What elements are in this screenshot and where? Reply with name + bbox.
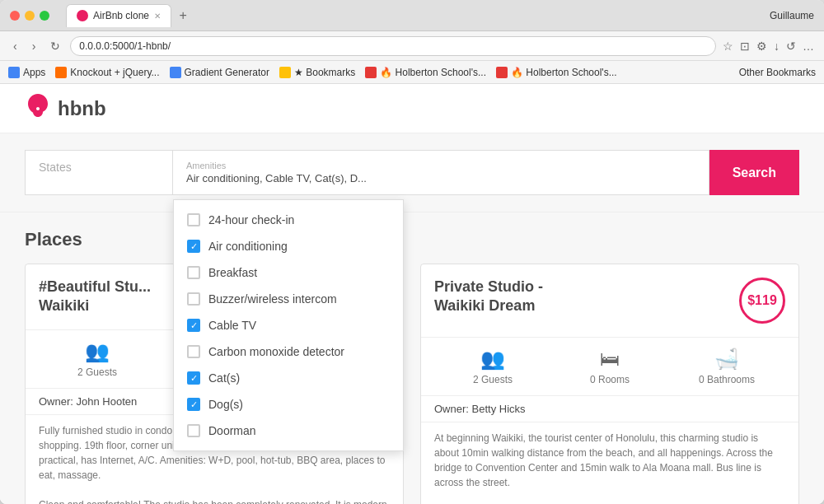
stat-rooms-2: 🛏 0 Rooms	[551, 348, 668, 385]
dropdown-item-breakfast[interactable]: Breakfast	[174, 259, 403, 286]
cabletv-checkbox[interactable]	[187, 319, 200, 332]
place-card-1-title: #Beautiful Stu...Waikiki	[39, 278, 151, 316]
doorman-label: Doorman	[208, 424, 256, 437]
nav-icons: ☆ ⊡ ⚙ ↓ ↺ …	[721, 38, 816, 54]
more-icon[interactable]: …	[801, 38, 816, 54]
main-content: Places #Beautiful Stu...Waikiki 👥 2 Gues…	[0, 212, 824, 504]
app-content: hbnb States Amenities Air conditioning, …	[0, 84, 824, 504]
24hour-checkbox[interactable]	[187, 213, 200, 226]
dogs-checkbox[interactable]	[187, 398, 200, 411]
airbnb-logo-icon	[25, 92, 51, 124]
dropdown-item-aircon[interactable]: Air conditioning	[174, 233, 403, 259]
user-name: Guillaume	[770, 10, 814, 21]
carbon-checkbox[interactable]	[187, 345, 200, 358]
breakfast-label: Breakfast	[208, 266, 257, 279]
place-card-2[interactable]: Private Studio -Waikiki Dream $119 👥 2 G…	[420, 264, 799, 504]
dropdown-item-buzzer[interactable]: Buzzer/wireless intercom	[174, 286, 403, 312]
new-tab-button[interactable]: +	[171, 4, 194, 27]
bookmark-gradient[interactable]: Gradient Generator	[170, 67, 269, 78]
amenities-label: Amenities	[186, 161, 695, 170]
place-card-2-header: Private Studio -Waikiki Dream $119	[421, 264, 798, 338]
tab-close-icon[interactable]: ✕	[154, 12, 161, 21]
guests-2-label: 2 Guests	[473, 374, 513, 385]
price-badge: $119	[739, 278, 785, 324]
gradient-bookmark-label: Gradient Generator	[185, 67, 269, 78]
holberton1-bookmark-label: 🔥 Holberton School's...	[380, 67, 486, 78]
knockout-bookmark-icon	[55, 67, 67, 78]
amenities-dropdown: 24-hour check-in Air conditioning Breakf…	[173, 199, 404, 451]
logo: hbnb	[25, 92, 106, 124]
buzzer-label: Buzzer/wireless intercom	[208, 292, 337, 306]
dropdown-item-cats[interactable]: Cat(s)	[174, 365, 403, 391]
bookmark-bookmarks[interactable]: ★ Bookmarks	[279, 67, 355, 78]
dogs-label: Dog(s)	[208, 398, 243, 411]
other-bookmarks[interactable]: Other Bookmarks	[739, 67, 816, 78]
cats-checkbox[interactable]	[187, 371, 200, 385]
stat-bathrooms-2: 🛁 0 Bathrooms	[668, 348, 785, 385]
stat-guests: 👥 2 Guests	[39, 340, 156, 378]
bookmark-holberton1[interactable]: 🔥 Holberton School's...	[365, 67, 486, 78]
place-card-2-desc: At beginning Waikiki, the tourist center…	[421, 422, 798, 504]
bookmarks-bar: Apps Knockout + jQuery... Gradient Gener…	[0, 61, 824, 84]
holberton1-bookmark-icon	[365, 67, 377, 78]
bookmark-knockout[interactable]: Knockout + jQuery...	[55, 67, 159, 78]
bookmark-holberton2[interactable]: 🔥 Holberton School's...	[496, 67, 617, 78]
place-card-2-owner: Owner: Betty Hicks	[421, 396, 798, 422]
search-button[interactable]: Search	[709, 150, 799, 195]
stat-guests-2: 👥 2 Guests	[434, 348, 551, 385]
bookmarks-bookmark-label: ★ Bookmarks	[294, 67, 355, 78]
minimize-button[interactable]	[25, 11, 35, 21]
bookmarks-bookmark-icon	[279, 67, 291, 78]
states-field[interactable]: States	[25, 150, 173, 195]
cabletv-label: Cable TV	[208, 319, 256, 332]
rooms-2-label: 0 Rooms	[590, 374, 630, 385]
dropdown-item-cabletv[interactable]: Cable TV	[174, 312, 403, 338]
states-placeholder: States	[39, 161, 72, 174]
star-icon[interactable]: ☆	[721, 38, 735, 54]
dropdown-item-24hour[interactable]: 24-hour check-in	[174, 207, 403, 233]
holberton2-bookmark-label: 🔥 Holberton School's...	[511, 67, 617, 78]
active-tab[interactable]: AirBnb clone ✕	[66, 4, 171, 27]
url-text: 0.0.0.0:5000/1-hbnb/	[79, 40, 171, 52]
dropdown-item-doorman[interactable]: Doorman	[174, 418, 403, 444]
place-card-2-title: Private Studio -Waikiki Dream	[434, 278, 543, 316]
forward-button[interactable]: ›	[27, 36, 41, 56]
apps-bookmark-icon	[8, 67, 20, 78]
refresh-icon[interactable]: ↺	[784, 38, 798, 54]
place-card-2-stats: 👥 2 Guests 🛏 0 Rooms 🛁 0 Bathrooms	[421, 338, 798, 396]
tab-title: AirBnb clone	[93, 10, 149, 21]
guests-icon: 👥	[85, 340, 110, 363]
places-grid: #Beautiful Stu...Waikiki 👥 2 Guests 🛏 0 …	[25, 264, 799, 504]
tab-favicon-icon	[77, 10, 88, 21]
back-button[interactable]: ‹	[8, 36, 22, 56]
app-header: hbnb	[0, 84, 824, 133]
guests-2-icon: 👥	[480, 348, 505, 371]
maximize-button[interactable]	[40, 11, 49, 21]
url-bar[interactable]: 0.0.0.0:5000/1-hbnb/	[70, 36, 716, 56]
amenities-field[interactable]: Amenities Air conditioning, Cable TV, Ca…	[173, 150, 709, 195]
24hour-label: 24-hour check-in	[208, 213, 294, 226]
amenities-value: Air conditioning, Cable TV, Cat(s), D...	[186, 172, 695, 184]
aircon-checkbox[interactable]	[187, 240, 200, 253]
logo-text: hbnb	[58, 97, 106, 120]
dropdown-item-carbon[interactable]: Carbon monoxide detector	[174, 338, 403, 365]
rooms-2-icon: 🛏	[600, 348, 620, 371]
traffic-lights	[10, 11, 49, 21]
guests-label: 2 Guests	[77, 366, 117, 378]
reload-button[interactable]: ↻	[45, 36, 65, 56]
bookmark-apps[interactable]: Apps	[8, 67, 45, 78]
doorman-checkbox[interactable]	[187, 424, 200, 437]
cats-label: Cat(s)	[208, 371, 240, 385]
download-icon[interactable]: ↓	[772, 38, 781, 54]
places-title: Places	[25, 229, 799, 250]
display-icon[interactable]: ⊡	[738, 38, 751, 54]
breakfast-checkbox[interactable]	[187, 266, 200, 279]
close-button[interactable]	[10, 11, 20, 21]
bathrooms-2-label: 0 Bathrooms	[699, 374, 755, 385]
settings-icon[interactable]: ⚙	[755, 38, 769, 54]
dropdown-item-dogs[interactable]: Dog(s)	[174, 391, 403, 418]
buzzer-checkbox[interactable]	[187, 292, 200, 306]
nav-bar: ‹ › ↻ 0.0.0.0:5000/1-hbnb/ ☆ ⊡ ⚙ ↓ ↺ …	[0, 31, 824, 61]
knockout-bookmark-label: Knockout + jQuery...	[70, 67, 159, 78]
search-bar: States Amenities Air conditioning, Cable…	[0, 133, 824, 212]
